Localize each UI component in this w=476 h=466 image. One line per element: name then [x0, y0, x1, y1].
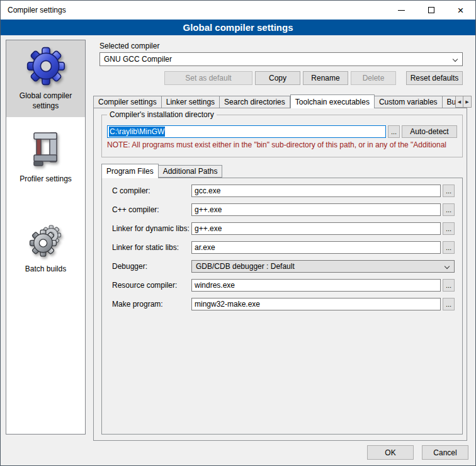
cpp-compiler-label: C++ compiler: [112, 205, 191, 214]
static-linker-browse-button[interactable]: ... [443, 241, 455, 254]
arrow-left-icon: ◀ [458, 99, 461, 105]
debugger-dropdown[interactable]: GDB/CDB debugger : Default [191, 260, 455, 273]
chevron-down-icon [453, 57, 458, 62]
dynamic-linker-label: Linker for dynamic libs: [112, 224, 191, 233]
c-compiler-input[interactable] [191, 185, 441, 197]
sidebar-item-batch-builds[interactable]: Batch builds [6, 213, 85, 281]
rename-button[interactable]: Rename [303, 71, 348, 85]
sidebar-item-profiler-settings[interactable]: Profiler settings [6, 123, 85, 191]
tab-scroll-left-button[interactable]: ◀ [455, 96, 463, 108]
arrow-right-icon: ▶ [465, 99, 468, 105]
autodetect-button[interactable]: Auto-detect [402, 125, 457, 138]
dialog-footer: OK Cancel [367, 445, 468, 460]
debugger-value: GDB/CDB debugger : Default [196, 262, 295, 271]
resource-compiler-browse-button[interactable]: ... [443, 279, 455, 292]
c-compiler-browse-button[interactable]: ... [443, 185, 455, 197]
set-as-default-button[interactable]: Set as default [164, 71, 252, 85]
gear-blue-icon [9, 45, 82, 87]
c-compiler-label: C compiler: [112, 186, 191, 195]
install-dir-group: Compiler's installation directory C:\ray… [101, 115, 463, 157]
tab-compiler-settings[interactable]: Compiler settings [93, 96, 162, 108]
static-linker-input[interactable] [191, 241, 441, 254]
dynamic-linker-input[interactable] [191, 222, 441, 235]
install-dir-note: NOTE: All programs must exist either in … [107, 140, 457, 149]
reset-defaults-button[interactable]: Reset defaults [406, 71, 463, 85]
field-row-resource-compiler: Resource compiler: ... [112, 279, 455, 292]
titlebar: Compiler settings × [1, 1, 475, 20]
compiler-settings-dialog: Compiler settings × Global compiler sett… [0, 0, 476, 466]
tab-scroll-right-button[interactable]: ▶ [463, 96, 472, 108]
maximize-button[interactable] [416, 1, 446, 20]
field-row-make-program: Make program: ... [112, 298, 455, 310]
window-title: Compiler settings [1, 6, 66, 14]
make-program-browse-button[interactable]: ... [443, 298, 455, 310]
static-linker-label: Linker for static libs: [112, 243, 191, 252]
tab-search-directories[interactable]: Search directories [220, 96, 290, 108]
copy-button[interactable]: Copy [255, 71, 300, 85]
sidebar-item-label: Batch builds [9, 264, 82, 275]
resource-compiler-input[interactable] [191, 279, 441, 292]
selected-compiler-dropdown[interactable]: GNU GCC Compiler [99, 52, 463, 66]
field-row-static-linker: Linker for static libs: ... [112, 241, 455, 254]
field-row-debugger: Debugger: GDB/CDB debugger : Default [112, 260, 455, 273]
page-title: Global compiler settings [1, 20, 475, 35]
resource-compiler-label: Resource compiler: [112, 281, 191, 290]
sidebar-item-global-compiler-settings[interactable]: Global compiler settings [6, 40, 85, 117]
tab-linker-settings[interactable]: Linker settings [162, 96, 220, 108]
clamp-tool-icon [9, 128, 82, 170]
tab-custom-variables[interactable]: Custom variables [375, 96, 443, 108]
program-files-panel: C compiler: ... C++ compiler: ... Linker… [101, 178, 463, 435]
cpp-compiler-input[interactable] [191, 203, 441, 216]
field-row-dynamic-linker: Linker for dynamic libs: ... [112, 222, 455, 235]
tab-build-options[interactable]: Build [443, 96, 455, 108]
settings-tabs: Compiler settings Linker settings Search… [93, 94, 455, 108]
close-button[interactable]: × [446, 1, 475, 20]
install-dir-group-title: Compiler's installation directory [107, 110, 217, 119]
tab-toolchain-executables[interactable]: Toolchain executables [290, 94, 375, 108]
minimize-button[interactable] [387, 1, 416, 20]
field-row-cpp-compiler: C++ compiler: ... [112, 203, 455, 216]
tab-scroll-buttons: ◀ ▶ [455, 96, 472, 108]
minimize-icon [398, 10, 405, 11]
install-dir-browse-button[interactable]: ... [388, 125, 400, 138]
dynamic-linker-browse-button[interactable]: ... [443, 222, 455, 235]
caption-buttons: × [387, 1, 475, 20]
make-program-input[interactable] [191, 298, 441, 310]
tab-additional-paths[interactable]: Additional Paths [159, 165, 223, 178]
selected-compiler-label: Selected compiler [99, 42, 159, 50]
compiler-actions: Set as default Copy Rename Delete Reset … [93, 71, 463, 85]
gear-gray-icon [9, 219, 82, 260]
settings-sidebar: Global compiler settings Profiler settin… [6, 40, 86, 435]
maximize-icon [428, 7, 434, 13]
make-program-label: Make program: [112, 300, 191, 309]
tab-program-files[interactable]: Program Files [101, 164, 159, 178]
cancel-button[interactable]: Cancel [422, 445, 468, 460]
close-icon: × [458, 5, 464, 16]
sidebar-item-label: Profiler settings [9, 174, 82, 185]
install-dir-input[interactable]: C:\raylib\MinGW [107, 125, 386, 138]
sidebar-item-label: Global compiler settings [9, 91, 82, 111]
cpp-compiler-browse-button[interactable]: ... [443, 203, 455, 216]
program-tabs: Program Files Additional Paths [101, 164, 222, 178]
chevron-down-icon [445, 264, 450, 269]
debugger-label: Debugger: [112, 262, 191, 271]
delete-button[interactable]: Delete [351, 71, 396, 85]
ok-button[interactable]: OK [367, 445, 414, 460]
selected-compiler-value: GNU GCC Compiler [104, 55, 172, 64]
install-dir-selected-text: C:\raylib\MinGW [109, 127, 165, 137]
toolchain-executables-panel: Compiler's installation directory C:\ray… [93, 108, 467, 441]
field-row-c-compiler: C compiler: ... [112, 185, 455, 197]
